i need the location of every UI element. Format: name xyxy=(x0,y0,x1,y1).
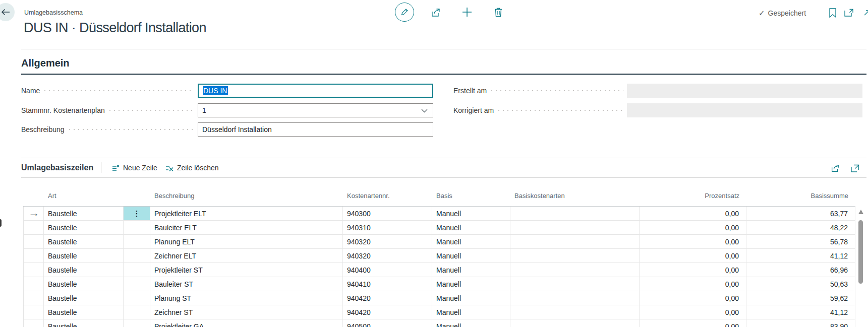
cell-basissumme[interactable]: 63,77 xyxy=(746,207,855,220)
cell-kostenartennr[interactable]: 940300 xyxy=(343,207,432,220)
cell-row-menu[interactable]: ⋮ xyxy=(124,207,150,220)
table-scrollbar[interactable] xyxy=(857,206,864,327)
cell-basis[interactable]: Manuell xyxy=(432,221,510,234)
scrollbar-thumb[interactable] xyxy=(858,220,863,284)
cell-basiskostenarten[interactable] xyxy=(510,291,640,305)
beschreibung-input[interactable]: Düsseldorf Installation xyxy=(198,122,433,137)
cell-art[interactable]: Baustelle xyxy=(44,277,124,291)
cell-art[interactable]: Baustelle xyxy=(44,207,124,220)
cell-art[interactable]: Baustelle xyxy=(44,291,124,305)
stammnr-input[interactable]: 1 xyxy=(198,103,433,117)
lines-expand-button[interactable] xyxy=(851,164,859,172)
cell-basis[interactable]: Manuell xyxy=(432,249,510,263)
column-header-art[interactable]: Art xyxy=(44,192,124,200)
scrollbar-up-arrow[interactable] xyxy=(858,210,863,214)
cell-kostenartennr[interactable]: 940410 xyxy=(343,277,432,291)
cell-row-menu[interactable]: ⋮ xyxy=(124,319,150,327)
cell-basiskostenarten[interactable] xyxy=(510,263,640,277)
cell-prozentsatz[interactable]: 0,00 xyxy=(640,249,746,263)
cell-row-menu[interactable]: ⋮ xyxy=(124,235,150,248)
cell-row-indicator[interactable]: → xyxy=(23,291,44,305)
cell-basissumme[interactable]: 83,90 xyxy=(746,319,855,327)
cell-row-menu[interactable]: ⋮ xyxy=(124,291,150,305)
cell-row-menu[interactable]: ⋮ xyxy=(124,249,150,263)
table-row[interactable]: → Baustelle ⋮ Bauleiter ST 940410 Manuel… xyxy=(23,277,855,291)
cell-basiskostenarten[interactable] xyxy=(510,221,640,234)
cell-row-indicator[interactable]: → xyxy=(23,263,44,277)
cell-beschreibung[interactable]: Projektleiter GA xyxy=(150,319,343,327)
cell-basis[interactable]: Manuell xyxy=(432,291,510,305)
cell-row-indicator[interactable]: → xyxy=(23,319,44,327)
cell-basiskostenarten[interactable] xyxy=(510,207,640,220)
cell-beschreibung[interactable]: Bauleiter ELT xyxy=(150,221,343,234)
cell-art[interactable]: Baustelle xyxy=(44,221,124,234)
cell-basissumme[interactable]: 59,62 xyxy=(746,291,855,305)
cell-beschreibung[interactable]: Zeichner ST xyxy=(150,305,343,319)
back-button[interactable] xyxy=(0,3,15,21)
cell-art[interactable]: Baustelle xyxy=(44,263,124,277)
new-line-button[interactable]: Neue Zeile xyxy=(112,164,157,172)
column-header-basissumme[interactable]: Basissumme xyxy=(746,192,855,200)
cell-row-indicator[interactable]: → xyxy=(23,305,44,319)
edit-pencil-button[interactable] xyxy=(395,3,414,22)
cell-row-indicator[interactable]: → xyxy=(23,249,44,263)
cell-beschreibung[interactable]: Planung ST xyxy=(150,291,343,305)
breadcrumb-caption[interactable]: Umlagebasisschema xyxy=(24,9,83,16)
cell-kostenartennr[interactable]: 940320 xyxy=(343,249,432,263)
cell-basissumme[interactable]: 66,96 xyxy=(746,263,855,277)
delete-button[interactable] xyxy=(494,7,503,17)
cell-basissumme[interactable]: 56,78 xyxy=(746,235,855,248)
column-header-kostenartennr[interactable]: Kostenartennr. xyxy=(343,192,432,200)
cell-kostenartennr[interactable]: 940500 xyxy=(343,319,432,327)
cell-basissumme[interactable]: 50,63 xyxy=(746,277,855,291)
cell-row-indicator[interactable]: → xyxy=(23,235,44,248)
cell-basis[interactable]: Manuell xyxy=(432,235,510,248)
cell-prozentsatz[interactable]: 0,00 xyxy=(640,277,746,291)
cell-beschreibung[interactable]: Projektleiter ELT xyxy=(150,207,343,220)
delete-line-button[interactable]: Zeile löschen xyxy=(165,164,219,172)
cell-kostenartennr[interactable]: 940310 xyxy=(343,221,432,234)
table-row[interactable]: → Baustelle ⋮ Bauleiter ELT 940310 Manue… xyxy=(23,221,855,235)
chevron-down-icon[interactable] xyxy=(421,109,428,113)
cell-prozentsatz[interactable]: 0,00 xyxy=(640,263,746,277)
cell-beschreibung[interactable]: Planung ELT xyxy=(150,235,343,248)
bookmark-button[interactable] xyxy=(829,8,836,18)
cell-kostenartennr[interactable]: 940420 xyxy=(343,291,432,305)
cell-prozentsatz[interactable]: 0,00 xyxy=(640,291,746,305)
cell-beschreibung[interactable]: Projektleiter ST xyxy=(150,263,343,277)
cell-prozentsatz[interactable]: 0,00 xyxy=(640,221,746,234)
cell-row-indicator[interactable]: → xyxy=(23,207,44,220)
cell-kostenartennr[interactable]: 940420 xyxy=(343,305,432,319)
cell-row-menu[interactable]: ⋮ xyxy=(124,277,150,291)
cell-basiskostenarten[interactable] xyxy=(510,277,640,291)
cell-prozentsatz[interactable]: 0,00 xyxy=(640,235,746,248)
share-button[interactable] xyxy=(430,8,441,18)
column-header-prozentsatz[interactable]: Prozentsatz xyxy=(640,192,746,200)
add-new-button[interactable] xyxy=(462,7,472,17)
column-header-basiskostenarten[interactable]: Basiskostenarten xyxy=(510,192,640,200)
clipped-edge-icon[interactable] xyxy=(864,9,868,17)
cell-row-indicator[interactable]: → xyxy=(23,221,44,234)
cell-row-indicator[interactable]: → xyxy=(23,277,44,291)
cell-art[interactable]: Baustelle xyxy=(44,235,124,248)
cell-art[interactable]: Baustelle xyxy=(44,305,124,319)
cell-row-menu[interactable]: ⋮ xyxy=(124,305,150,319)
cell-basis[interactable]: Manuell xyxy=(432,277,510,291)
cell-basis[interactable]: Manuell xyxy=(432,305,510,319)
cell-basiskostenarten[interactable] xyxy=(510,249,640,263)
general-section-heading[interactable]: Allgemein xyxy=(21,57,70,69)
table-row[interactable]: → Baustelle ⋮ Planung ST 940420 Manuell … xyxy=(23,291,855,305)
cell-art[interactable]: Baustelle xyxy=(44,319,124,327)
cell-basissumme[interactable]: 41,12 xyxy=(746,249,855,263)
cell-row-menu[interactable]: ⋮ xyxy=(124,221,150,234)
cell-art[interactable]: Baustelle xyxy=(44,249,124,263)
cell-basiskostenarten[interactable] xyxy=(510,319,640,327)
table-row[interactable]: → Baustelle ⋮ Projektleiter ST 940400 Ma… xyxy=(23,263,855,277)
cell-beschreibung[interactable]: Bauleiter ST xyxy=(150,277,343,291)
lines-section-heading[interactable]: Umlagebasiszeilen xyxy=(21,163,93,172)
table-row[interactable]: → Baustelle ⋮ Planung ELT 940320 Manuell… xyxy=(23,235,855,249)
column-header-basis[interactable]: Basis xyxy=(432,192,510,200)
cell-kostenartennr[interactable]: 940320 xyxy=(343,235,432,248)
table-row[interactable]: → Baustelle ⋮ Zeichner ST 940420 Manuell… xyxy=(23,305,855,319)
cell-prozentsatz[interactable]: 0,00 xyxy=(640,319,746,327)
